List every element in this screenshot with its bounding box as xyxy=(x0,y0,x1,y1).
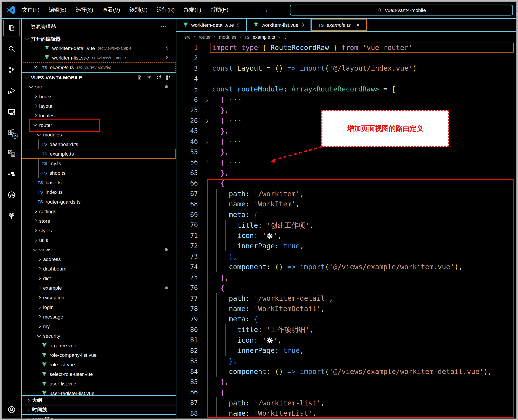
line-number: 86 xyxy=(176,389,201,396)
tree-item-settings[interactable]: settings xyxy=(22,206,176,216)
new-file-button[interactable] xyxy=(137,75,142,80)
search-icon[interactable] xyxy=(7,45,16,54)
tree-item-example[interactable]: example xyxy=(22,283,176,293)
fold-icon[interactable] xyxy=(201,140,212,143)
tree-item-styles[interactable]: styles xyxy=(22,225,176,235)
code-text: { ··· xyxy=(212,159,242,166)
tree-item-message[interactable]: message xyxy=(22,312,176,321)
code-line-6: 6 { ··· xyxy=(176,95,516,105)
menu-item-1[interactable]: 编辑(E) xyxy=(44,2,71,18)
file-path: src\router\modules xyxy=(77,65,111,69)
tree-item-my.ts[interactable]: TSmy.ts xyxy=(22,159,176,168)
ts-icon: TS xyxy=(42,161,47,165)
account-icon[interactable] xyxy=(7,405,16,415)
open-editor-item[interactable]: workitem-detail.vuesrc\views\example9 xyxy=(22,43,176,53)
tree-item-dict[interactable]: dict xyxy=(22,274,176,283)
tab-label: example.ts xyxy=(327,22,351,28)
forward-arrow-icon[interactable]: → xyxy=(278,6,285,14)
tree-item-role-list.vue[interactable]: role-list.vue xyxy=(22,360,176,369)
tree-item-org-tree.vue[interactable]: org-tree.vue xyxy=(22,341,176,350)
tree-item-example.ts[interactable]: TSexample.ts xyxy=(22,149,176,159)
breadcrumb: src›router›modules›TSexample.ts›… xyxy=(176,32,516,42)
tree-item-user-list.vue[interactable]: user-list.vue xyxy=(22,379,176,389)
tree-item-index.ts[interactable]: TSindex.ts xyxy=(22,187,176,197)
line-number: 87 xyxy=(176,399,201,407)
menu-item-6[interactable]: 终端(T) xyxy=(179,2,206,18)
tab-workitem-detail.vue[interactable]: workitem-detail.vue9 xyxy=(176,19,247,31)
remote-explorer-icon[interactable] xyxy=(7,108,16,118)
todo-tree-icon[interactable] xyxy=(7,211,16,221)
tree-item-dashboard.ts[interactable]: TSdashboard.ts xyxy=(22,140,176,149)
tree-item-views[interactable]: views xyxy=(22,245,176,255)
tree-item-security[interactable]: security xyxy=(22,331,176,340)
editor-group: workitem-detail.vue9workitem-list.vue8TS… xyxy=(176,19,516,419)
modified-dot-badge xyxy=(165,248,168,251)
tree-item-label: my xyxy=(43,323,50,329)
menu-item-0[interactable]: 文件(F) xyxy=(18,2,44,18)
new-folder-button[interactable] xyxy=(146,75,152,80)
breadcrumb-item[interactable]: src xyxy=(184,34,190,39)
file-tree: srchookslayoutlocalesroutermodulesTSdash… xyxy=(22,82,176,419)
outline-section[interactable]: 大纲 xyxy=(22,395,176,405)
tab-workitem-list.vue[interactable]: workitem-list.vue8 xyxy=(247,19,311,31)
code-text: }, xyxy=(212,148,229,156)
fold-icon[interactable] xyxy=(201,120,212,122)
tree-item-shop.ts[interactable]: TSshop.ts xyxy=(22,168,176,178)
menu-item-3[interactable]: 查看(V) xyxy=(98,2,125,18)
project-root[interactable]: VUE3-VANT4-MOBILE xyxy=(22,72,176,82)
npm-scripts-section[interactable]: NPM 脚本 xyxy=(22,414,176,419)
menu-item-7[interactable]: 帮助(H) xyxy=(206,2,233,18)
fold-icon[interactable] xyxy=(201,161,212,164)
tree-item-dashboard[interactable]: dashboard xyxy=(22,264,176,274)
vue-icon xyxy=(44,55,50,61)
source-control-icon[interactable] xyxy=(7,66,16,76)
tree-item-role-company-list.vue[interactable]: role-company-list.vue xyxy=(22,350,176,360)
fold-icon[interactable] xyxy=(201,98,212,101)
command-center-search[interactable]: vue3-vant4-mobile xyxy=(290,5,513,15)
tree-item-label: dict xyxy=(43,276,51,281)
timeline-section[interactable]: 时间线 xyxy=(22,405,176,414)
tree-item-label: modules xyxy=(43,132,62,137)
tree-item-src[interactable]: src xyxy=(22,82,176,91)
tree-item-my[interactable]: my xyxy=(22,321,176,331)
breadcrumb-item[interactable]: modules xyxy=(219,34,236,39)
tree-item-base.ts[interactable]: TSbase.ts xyxy=(22,178,176,187)
code-text: }, xyxy=(212,127,229,135)
ts-icon: TS xyxy=(42,142,50,146)
file-name: example.ts xyxy=(50,64,74,70)
tree-item-select-role-user.vue[interactable]: select-role-user.vue xyxy=(22,369,176,379)
tree-item-label: dashboard.ts xyxy=(50,142,78,147)
tree-item-exception[interactable]: exception xyxy=(22,293,176,302)
tree-item-router-guards.ts[interactable]: TSrouter-guards.ts xyxy=(22,197,176,206)
tree-item-utils[interactable]: utils xyxy=(22,235,176,245)
more-actions-icon[interactable]: ··· xyxy=(161,24,167,30)
chevron-right-icon xyxy=(33,219,37,223)
tree-item-store[interactable]: store xyxy=(22,216,176,225)
code-blocks-icon[interactable] xyxy=(7,170,16,180)
breadcrumb-item[interactable]: router xyxy=(199,34,211,39)
tab-example.ts[interactable]: TSexample.ts× xyxy=(311,19,367,31)
tree-item-layout[interactable]: layout xyxy=(22,101,176,111)
open-editor-item[interactable]: ×TSexample.tssrc\router\modules xyxy=(22,62,176,72)
explorer-icon[interactable] xyxy=(7,24,16,34)
tree-item-hooks[interactable]: hooks xyxy=(22,91,176,101)
menu-item-5[interactable]: 运行(R) xyxy=(152,2,179,18)
tree-item-login[interactable]: login xyxy=(22,302,176,312)
collapse-all-button[interactable] xyxy=(165,75,171,80)
menu-item-4[interactable]: 转到(G) xyxy=(125,2,152,18)
tab-close-icon[interactable]: × xyxy=(356,22,360,28)
refresh-button[interactable] xyxy=(156,75,162,80)
section-open-editors[interactable]: 打开的编辑器 xyxy=(22,35,176,44)
chevron-right-icon xyxy=(37,267,41,270)
open-editor-item[interactable]: workitem-list.vuesrc\views\example8 xyxy=(22,53,176,62)
breadcrumb-item[interactable]: … xyxy=(283,34,288,39)
menu-item-2[interactable]: 选择(S) xyxy=(71,2,98,18)
code-area[interactable]: 1import type { RouteRecordRaw } from 'vu… xyxy=(176,42,516,419)
translate-icon[interactable]: A文 xyxy=(7,149,16,159)
close-icon[interactable]: × xyxy=(34,64,42,70)
back-arrow-icon[interactable]: ← xyxy=(265,6,271,14)
run-debug-icon[interactable] xyxy=(7,86,16,96)
breadcrumb-item[interactable]: example.ts xyxy=(253,34,275,39)
project-graph-icon[interactable] xyxy=(7,191,16,201)
tree-item-address[interactable]: address xyxy=(22,255,176,264)
